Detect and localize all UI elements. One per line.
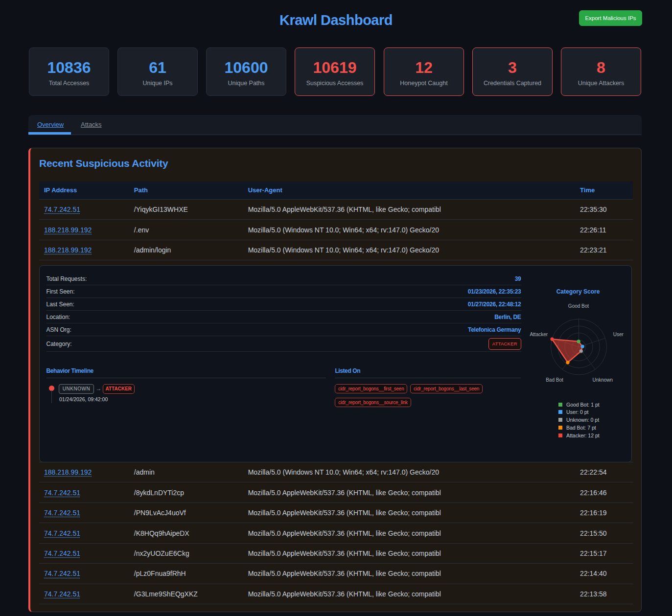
svg-text:Attacker: Attacker: [530, 332, 548, 337]
svg-text:Bad Bot: Bad Bot: [546, 377, 563, 383]
svg-text:Unknown: Unknown: [592, 377, 613, 383]
svg-text:User: User: [613, 332, 624, 337]
svg-text:Good Bot: Good Bot: [568, 303, 588, 309]
